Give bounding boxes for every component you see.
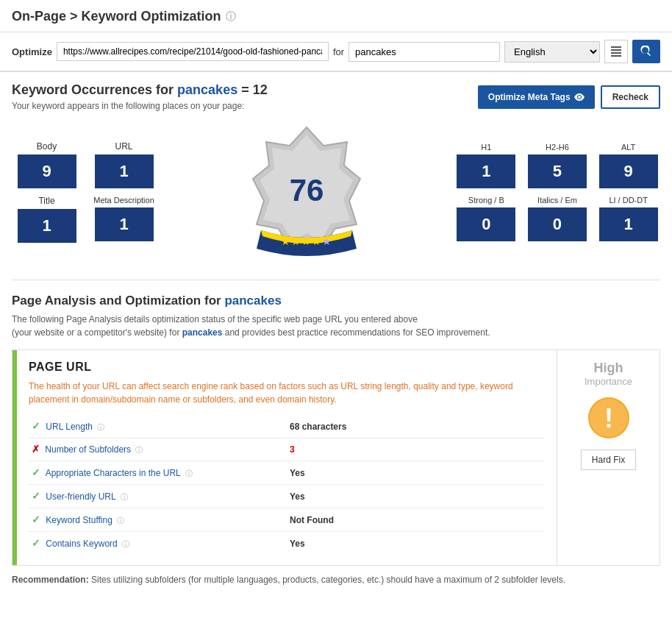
list-icon (611, 46, 621, 57)
language-select[interactable]: English French Spanish (504, 41, 600, 63)
search-button[interactable] (632, 40, 660, 63)
keyword-input[interactable] (348, 42, 500, 62)
occ-body: Body 9 (12, 141, 82, 188)
occ-h1: H1 1 (454, 143, 518, 188)
score-badge-svg: 76 ★ ★ ★ ★ ★ (235, 120, 379, 263)
occ-body-label: Body (12, 141, 82, 152)
importance-sub-label: Importance (585, 376, 632, 387)
check-user-friendly-name: User-friendly URL (46, 491, 115, 502)
occ-strong-value: 0 (457, 207, 515, 241)
right-occ-grid: H1 1 H2-H6 5 ALT 9 Strong / B 0 Italics … (454, 143, 660, 241)
page-title-bar: On-Page > Keyword Optimization ⓘ (0, 0, 672, 32)
occ-meta: Meta Description 1 (89, 196, 159, 243)
for-label: for (333, 46, 344, 57)
recommendation-text: Recommendation: Sites utilizing subfolde… (12, 566, 660, 589)
check-url-length-name: URL Length (46, 422, 93, 432)
occurrence-row: Body 9 URL 1 Title 1 Meta Description 1 (12, 116, 660, 268)
info-circle-5[interactable]: ⓘ (117, 516, 124, 525)
check-ok-icon-5: ✓ (32, 514, 40, 525)
occ-li: LI / DD-DT 1 (596, 196, 660, 241)
info-circle-3[interactable]: ⓘ (185, 469, 193, 477)
occ-li-value: 1 (599, 207, 658, 241)
page-url-card: PAGE URL The health of your URL can affe… (12, 349, 660, 566)
keyword-occurrences-section: Keyword Occurrences for pancakes = 12 Yo… (0, 72, 672, 275)
svg-rect-3 (611, 55, 621, 57)
occ-italics-value: 0 (528, 207, 587, 241)
occ-h2h6: H2-H6 5 (526, 143, 590, 188)
occ-alt: ALT 9 (596, 143, 660, 188)
info-circle-2[interactable]: ⓘ (135, 446, 143, 454)
occ-alt-value: 9 (599, 154, 658, 188)
occ-h2h6-label: H2-H6 (526, 143, 590, 152)
info-circle-6[interactable]: ⓘ (122, 540, 129, 548)
url-input[interactable] (57, 42, 329, 61)
check-subfolders-name: Number of Subfolders (45, 444, 131, 455)
check-ok-icon-6: ✓ (32, 537, 40, 549)
svg-rect-0 (611, 46, 621, 48)
check-table: ✓ URL Length ⓘ 68 characters ✗ Number of… (29, 415, 545, 555)
svg-text:76: 76 (289, 173, 324, 207)
card-body: PAGE URL The health of your URL can affe… (17, 350, 557, 565)
occ-alt-label: ALT (596, 143, 660, 152)
page-analysis-section: Page Analysis and Optimization for panca… (0, 285, 672, 598)
kw-header-row: Keyword Occurrences for pancakes = 12 Yo… (12, 82, 660, 111)
check-fail-icon: ✗ (32, 444, 40, 455)
check-appropriate-chars: ✓ Appropriate Characters in the URL ⓘ Ye… (29, 461, 545, 485)
svg-rect-2 (611, 52, 621, 54)
check-contains-keyword-name: Contains Keyword (46, 539, 117, 549)
optimize-bar: Optimize for English French Spanish (0, 32, 672, 72)
warning-icon-container: ! (587, 396, 631, 442)
keyword-title: Keyword Occurrences for pancakes = 12 (12, 82, 268, 98)
occ-url: URL 1 (89, 141, 159, 188)
warning-icon: ! (587, 396, 631, 440)
recheck-button[interactable]: Recheck (601, 85, 660, 109)
info-circle-1[interactable]: ⓘ (97, 423, 104, 431)
svg-rect-1 (611, 49, 621, 51)
info-icon[interactable]: ⓘ (226, 10, 236, 24)
svg-text:★: ★ (312, 235, 321, 247)
eye-icon (574, 93, 585, 101)
check-keyword-stuffing: ✓ Keyword Stuffing ⓘ Not Found (29, 508, 545, 532)
occ-body-value: 9 (18, 154, 76, 188)
action-buttons: Optimize Meta Tags Recheck (478, 85, 660, 109)
svg-text:★: ★ (322, 235, 332, 247)
svg-text:★: ★ (291, 235, 301, 247)
occ-li-label: LI / DD-DT (596, 196, 660, 205)
check-keyword-stuffing-name: Keyword Stuffing (46, 515, 112, 525)
score-badge-area: 76 ★ ★ ★ ★ ★ (166, 120, 447, 263)
section-divider (12, 280, 660, 280)
keyword-subtitle: Your keyword appears in the following pl… (12, 101, 268, 111)
check-url-length: ✓ URL Length ⓘ 68 characters (29, 415, 545, 438)
card-desc: The health of your URL can affect search… (29, 380, 545, 406)
check-user-friendly: ✓ User-friendly URL ⓘ Yes (29, 485, 545, 508)
occ-h1-value: 1 (457, 154, 515, 188)
list-view-button[interactable] (604, 40, 628, 63)
occ-url-value: 1 (95, 154, 154, 188)
svg-text:!: ! (604, 403, 613, 433)
page-title: On-Page > Keyword Optimization (12, 9, 221, 24)
analysis-desc: The following Page Analysis details opti… (12, 313, 660, 339)
svg-text:★: ★ (301, 235, 311, 247)
importance-panel: High Importance ! Hard Fix (557, 350, 660, 565)
optimize-label: Optimize (12, 46, 52, 57)
optimize-meta-tags-button[interactable]: Optimize Meta Tags (478, 85, 595, 109)
occ-title-value: 1 (18, 209, 76, 243)
occ-title: Title 1 (12, 196, 82, 243)
check-contains-keyword: ✓ Contains Keyword ⓘ Yes (29, 532, 545, 555)
importance-high-label: High (594, 360, 623, 376)
check-ok-icon: ✓ (32, 420, 40, 432)
svg-text:★: ★ (281, 235, 290, 247)
card-title: PAGE URL (29, 360, 545, 374)
check-appropriate-chars-name: Appropriate Characters in the URL (46, 468, 181, 478)
occ-h2h6-value: 5 (528, 154, 587, 188)
occ-url-label: URL (89, 141, 159, 152)
info-circle-4[interactable]: ⓘ (121, 493, 128, 501)
check-ok-icon-4: ✓ (32, 490, 40, 502)
search-icon (640, 46, 652, 57)
analysis-title: Page Analysis and Optimization for panca… (12, 294, 660, 308)
hard-fix-button[interactable]: Hard Fix (581, 450, 636, 470)
occ-meta-label: Meta Description (89, 196, 159, 205)
occ-italics-label: Italics / Em (526, 196, 590, 205)
occ-h1-label: H1 (454, 143, 518, 152)
occ-strong: Strong / B 0 (454, 196, 518, 241)
